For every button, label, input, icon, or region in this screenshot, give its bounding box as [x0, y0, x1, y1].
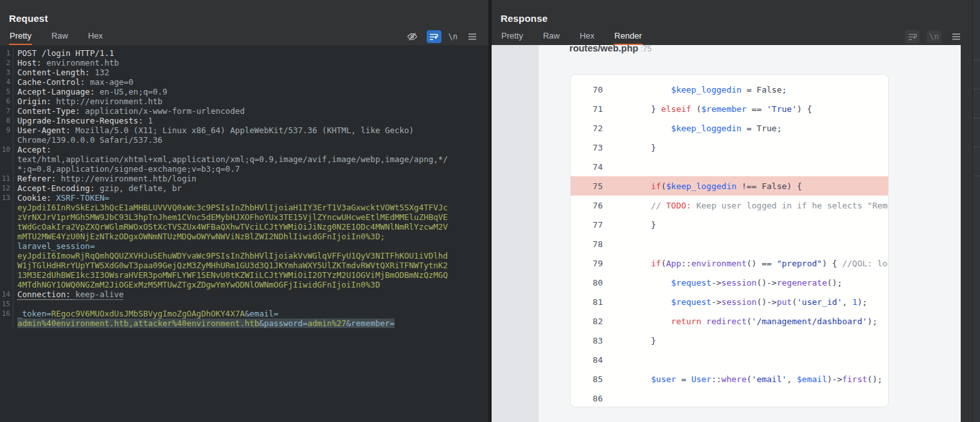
request-line: 1POST /login HTTP/1.1 — [0, 48, 488, 58]
line-number — [0, 164, 13, 174]
code-line: 79if(App::environment() == "preprod") { … — [571, 253, 888, 273]
request-line: zVrNXJrV1prMGh5MW9JbC93L3hpTnJhem1CVnc5d… — [0, 212, 488, 222]
code-line-number: 75 — [571, 181, 603, 191]
code-line-number: 79 — [571, 259, 603, 268]
collapsed-inspector-strip[interactable] — [972, 0, 980, 422]
request-line: Chrome/139.0.0.0 Safari/537.36 — [0, 135, 488, 145]
tab-render[interactable]: Render — [614, 28, 643, 45]
request-tabbar: PrettyRawHex — [0, 28, 488, 45]
line-number — [0, 251, 13, 261]
line-number: 10 — [0, 145, 13, 154]
request-line: W1jTGlHdHRrYUpYTW5XdG0wT3paa09GejQzM3ZyM… — [0, 261, 488, 270]
code-line: 81 $request->session()->put('user_id', 1… — [571, 292, 888, 311]
request-line: 16_token=REgoc9V6MUOxdUsJMbSBVygImoZgOAg… — [0, 309, 488, 318]
line-number: 4 — [0, 77, 13, 87]
request-panel-header: Request PrettyRawHex — [0, 0, 488, 45]
request-line: 9User-Agent: Mozilla/5.0 (X11; Linux x86… — [0, 125, 488, 135]
hide-nonprintable-icon[interactable] — [405, 30, 420, 43]
tab-pretty[interactable]: Pretty — [9, 28, 32, 45]
line-number: 1 — [0, 48, 13, 58]
line-number — [0, 154, 13, 164]
line-number: 14 — [0, 289, 13, 299]
line-number: 15 — [0, 299, 13, 309]
code-line-number: 86 — [571, 394, 603, 403]
request-line: 13Cookie: XSRF-TOKEN= — [0, 193, 488, 203]
line-number — [0, 318, 13, 328]
request-line: 2Host: environment.htb — [0, 58, 488, 68]
request-line: mMTU2MWE4YzU0NjEzNTkzODgxOWNmNTUzMDQwOWY… — [0, 232, 488, 241]
response-panel: Response PrettyRawHexRender \n — [492, 0, 972, 422]
request-line: 4MTdhNGY1OWQ0NGZmM2JiOGExMzM5MTUwZTgxZDg… — [0, 280, 488, 289]
line-number: 8 — [0, 116, 13, 125]
code-snippet-box: 70 $keep_loggedin = False;71} elseif ($r… — [570, 74, 889, 407]
line-number — [0, 280, 13, 289]
request-line: 11Referer: http://environment.htb/login — [0, 174, 488, 183]
newline-toggle[interactable]: \n — [449, 32, 458, 41]
code-line: 83} — [571, 331, 888, 350]
source-file-path: routes/web.php :75 — [569, 45, 652, 53]
line-number — [0, 261, 13, 270]
inspector-divider — [973, 176, 980, 176]
code-line: 85$user = User::where('email', $email)->… — [571, 369, 888, 389]
tab-hex[interactable]: Hex — [579, 28, 595, 45]
line-number: 7 — [0, 106, 13, 116]
code-line-number: 71 — [571, 104, 603, 114]
code-line-number: 80 — [571, 278, 603, 288]
line-number — [0, 232, 13, 241]
code-line: 82 return redirect('/management/dashboar… — [571, 311, 888, 331]
line-number: 6 — [0, 96, 13, 106]
tab-hex[interactable]: Hex — [87, 28, 103, 45]
response-tabbar: PrettyRawHexRender \n — [492, 28, 972, 45]
response-panel-title: Response — [501, 13, 548, 24]
line-number: 13 — [0, 193, 13, 203]
inspector-divider — [973, 60, 980, 60]
line-number — [0, 270, 13, 280]
inspector-divider — [973, 147, 980, 147]
tab-pretty[interactable]: Pretty — [501, 28, 524, 45]
burp-repeater-view: Request PrettyRawHex — [0, 0, 980, 422]
word-wrap-icon[interactable] — [427, 30, 441, 43]
code-line: 84 — [571, 350, 888, 369]
code-line-number: 73 — [571, 143, 603, 152]
code-line: 78 — [571, 234, 888, 253]
file-path-text: routes/web.php — [569, 45, 638, 53]
request-line: admin%40environment.htb,attacker%40envir… — [0, 318, 488, 328]
line-number — [0, 203, 13, 212]
inspector-divider — [973, 118, 980, 118]
request-line: 6Origin: http://environment.htb — [0, 96, 488, 106]
newline-toggle[interactable]: \n — [927, 30, 941, 43]
request-editor[interactable]: 1POST /login HTTP/1.12Host: environment.… — [0, 45, 488, 422]
code-line-number: 76 — [571, 201, 603, 210]
code-line-number: 72 — [571, 124, 603, 133]
request-line: 13M3E2dUhBWE1kc3I3OWsraHVER3poMWFLYWF1SE… — [0, 270, 488, 280]
line-number — [0, 222, 13, 232]
response-tab-icons: \n — [905, 30, 963, 43]
request-line: 14Connection: keep-alive — [0, 289, 488, 299]
request-line: eyJpdiI6ImowRjRqQmhQQUZXVHJuSEhuWDYvaWc9… — [0, 251, 488, 261]
line-number: 16 — [0, 309, 13, 318]
request-panel-title: Request — [9, 13, 48, 24]
code-line-number: 82 — [571, 316, 603, 326]
hamburger-menu-icon[interactable] — [465, 30, 479, 43]
code-line: 73} — [571, 138, 888, 157]
request-line: 3Content-Length: 132 — [0, 68, 488, 77]
request-line: text/html,application/xhtml+xml,applicat… — [0, 154, 488, 164]
tab-raw[interactable]: Raw — [542, 28, 560, 45]
code-line-highlighted: 75if($keep_loggedin !== False) { — [571, 176, 888, 196]
line-number: 12 — [0, 183, 13, 193]
code-line-number: 84 — [571, 355, 603, 365]
tab-raw[interactable]: Raw — [51, 28, 69, 45]
request-line: 5Accept-Language: en-US,en;q=0.9 — [0, 87, 488, 96]
response-render-view: routes/web.php :75 70 $keep_loggedin = F… — [492, 45, 961, 422]
code-line: 72 $keep_loggedin = True; — [571, 118, 888, 138]
line-number: 2 — [0, 58, 13, 68]
word-wrap-icon[interactable] — [905, 30, 920, 43]
code-line: 70 $keep_loggedin = False; — [571, 80, 888, 99]
line-number — [0, 212, 13, 222]
request-line: eyJpdiI6InRvSkEzL3hQcE1aMHBLUVVVQ0xWc3c9… — [0, 203, 488, 212]
file-line-number: :75 — [641, 45, 652, 53]
line-number — [0, 241, 13, 251]
request-line: *;q=0.8,application/signed-exchange;v=b3… — [0, 164, 488, 174]
hamburger-menu-icon[interactable] — [949, 30, 963, 43]
code-line-number: 70 — [571, 85, 603, 95]
